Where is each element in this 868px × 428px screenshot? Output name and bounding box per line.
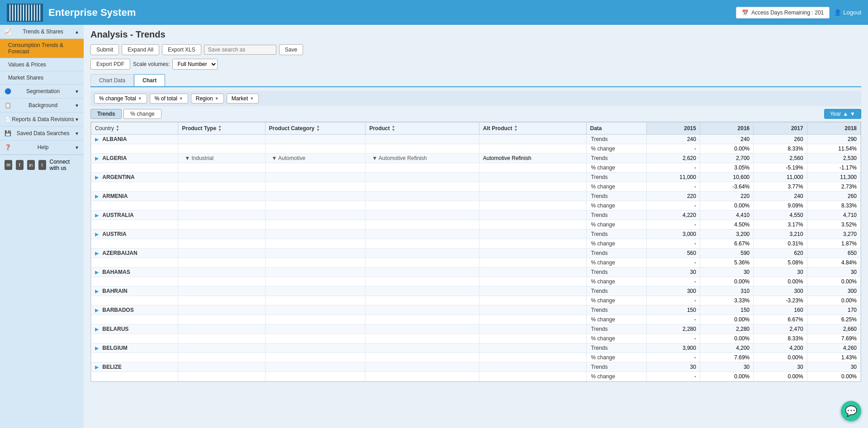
col-header-alt-product[interactable]: Alt Product ▲▼: [479, 122, 586, 135]
sort-arrows-product-type: ▲▼: [218, 125, 222, 132]
sidebar-item-consumption-trends[interactable]: Consumption Trends & Forecast: [0, 39, 84, 58]
expand-arrow-7[interactable]: ▶: [95, 269, 99, 275]
sub-tab-trends[interactable]: Trends: [90, 109, 122, 119]
sidebar-item-saved-searches[interactable]: 💾 Saved Data Searches ▼: [0, 127, 84, 141]
app-title: Enterprise System: [48, 7, 136, 19]
col-header-country[interactable]: Country ▲▼: [91, 122, 178, 135]
sub-tab-pct-change[interactable]: % change: [123, 109, 161, 119]
expand-arrow-2[interactable]: ▶: [95, 174, 99, 180]
table-row: ▶ AZERBAIJAN Trends 560 590 620 650: [91, 249, 861, 258]
chevron-icon-trends-shares: ▲: [75, 29, 79, 34]
saved-icon: 💾: [5, 130, 11, 136]
col-header-product[interactable]: Product ▲▼: [365, 122, 479, 135]
filter-arrow-3: ▼: [250, 96, 254, 101]
save-button[interactable]: Save: [279, 44, 303, 55]
logout-button[interactable]: 👤 Logout: [834, 9, 861, 16]
expand-arrow-12[interactable]: ▶: [95, 364, 99, 370]
cell-country-7: ▶ BAHAMAS: [91, 268, 178, 277]
expand-arrow-0[interactable]: ▶: [95, 136, 99, 142]
table-row: ▶ BELARUS Trends 2,280 2,280 2,470 2,660: [91, 325, 861, 334]
toolbar: Submit Expand All Export XLS Save: [90, 44, 861, 55]
filter-arrow-2: ▼: [215, 96, 219, 101]
filter-market[interactable]: Market ▼: [227, 94, 259, 103]
table-header-row: Country ▲▼ Product Type ▲▼: [91, 122, 861, 135]
help-icon: ❓: [5, 144, 11, 151]
expand-arrow-5[interactable]: ▶: [95, 231, 99, 237]
cell-country-0: ▶ ALBANIA: [91, 135, 178, 144]
sidebar-label-trends-shares: Trends & Shares: [23, 28, 63, 35]
table-row: ▶ AUSTRALIA Trends 4,220 4,410 4,550 4,7…: [91, 211, 861, 220]
facebook-icon[interactable]: f: [16, 160, 24, 170]
linkedin-icon[interactable]: in: [27, 160, 35, 170]
table-row: % change - 3.05% -5.19% -1.17%: [91, 163, 861, 173]
col-header-2016: 2016: [700, 122, 753, 135]
table-row: ▶ BELIZE Trends 30 30 30 30: [91, 362, 861, 372]
sidebar-item-segmentation[interactable]: 🔵 Segmentation ▼: [0, 85, 84, 99]
col-header-2017: 2017: [754, 122, 807, 135]
col-header-product-category[interactable]: Product Category ▲▼: [265, 122, 365, 135]
table-row: ▶ AUSTRIA Trends 3,000 3,200 3,210 3,270: [91, 230, 861, 239]
chevron-icon-reports: ▼: [75, 117, 79, 122]
data-table: Country ▲▼ Product Type ▲▼: [91, 122, 861, 381]
expand-arrow-4[interactable]: ▶: [95, 212, 99, 218]
table-row: % change - 0.00% 8.33% 11.54%: [91, 144, 861, 154]
table-row: % change - 0.00% 6.67% 6.25%: [91, 315, 861, 325]
sidebar-item-help[interactable]: ❓ Help ▼: [0, 141, 84, 155]
chevron-icon-help: ▼: [75, 145, 79, 150]
scale-select[interactable]: Full Number: [172, 59, 218, 70]
expand-arrow-9[interactable]: ▶: [95, 307, 99, 313]
twitter-icon[interactable]: t: [38, 160, 46, 170]
expand-arrow-11[interactable]: ▶: [95, 345, 99, 351]
sidebar-item-reports[interactable]: 📄 Reports & Data Revisions ▼: [0, 113, 84, 127]
filter-region[interactable]: Region ▼: [191, 94, 224, 103]
table-row: % change - 3.33% -3.23% 0.00%: [91, 296, 861, 306]
year-sort-button[interactable]: Year ▲ ▼: [824, 109, 861, 119]
cell-country-8: ▶ BAHRAIN: [91, 287, 178, 296]
reports-icon: 📄: [5, 116, 11, 122]
chat-button[interactable]: 💬: [841, 401, 861, 421]
export-pdf-button[interactable]: Export PDF: [90, 59, 130, 70]
expand-arrow-1[interactable]: ▶: [95, 155, 99, 161]
second-toolbar: Export PDF Scale volumes: Full Number: [90, 59, 861, 70]
cell-country-6: ▶ AZERBAIJAN: [91, 249, 178, 258]
expand-arrow-6[interactable]: ▶: [95, 250, 99, 256]
table-row: % change - 6.67% 0.31% 1.87%: [91, 239, 861, 249]
cell-country-5: ▶ AUSTRIA: [91, 230, 178, 239]
calendar-icon: 📅: [742, 9, 749, 16]
sort-down-icon: ▼: [850, 111, 855, 117]
background-icon: 📋: [5, 102, 11, 108]
submit-button[interactable]: Submit: [90, 44, 119, 55]
sidebar-item-background[interactable]: 📋 Background ▼: [0, 99, 84, 113]
layout: 📈 Trends & Shares ▲ Consumption Trends &…: [0, 25, 868, 428]
sidebar-item-values-prices[interactable]: Values & Prices: [0, 58, 84, 71]
sidebar-label-background: Background: [28, 102, 57, 108]
segmentation-icon: 🔵: [5, 88, 11, 94]
chevron-icon-saved: ▼: [75, 131, 79, 136]
sort-arrows-product-category: ▲▼: [316, 125, 320, 132]
expand-arrow-10[interactable]: ▶: [95, 326, 99, 332]
expand-arrow-3[interactable]: ▶: [95, 193, 99, 199]
sidebar: 📈 Trends & Shares ▲ Consumption Trends &…: [0, 25, 84, 428]
filter-pct-of-total[interactable]: % of total ▼: [150, 94, 188, 103]
email-icon[interactable]: ✉: [5, 160, 12, 170]
sidebar-item-trends-shares[interactable]: 📈 Trends & Shares ▲: [0, 25, 84, 39]
table-row: ▶ BAHRAIN Trends 300 310 300 300: [91, 287, 861, 296]
expand-all-button[interactable]: Expand All: [122, 44, 159, 55]
filter-bar: % change Total ▼ % of total ▼ Region ▼ M…: [90, 91, 861, 106]
tab-chart-data[interactable]: Chart Data: [90, 74, 134, 86]
export-xls-button[interactable]: Export XLS: [162, 44, 201, 55]
col-header-product-type[interactable]: Product Type ▲▼: [178, 122, 265, 135]
table-row: % change - -3.64% 3.77% 2.73%: [91, 182, 861, 192]
filter-pct-change-total[interactable]: % change Total ▼: [94, 94, 147, 103]
trends-shares-icon: 📈: [5, 28, 11, 35]
expand-arrow-8[interactable]: ▶: [95, 288, 99, 294]
save-search-input[interactable]: [204, 45, 276, 55]
cell-country-3: ▶ ARMENIA: [91, 192, 178, 201]
header-left: Enterprise System: [7, 4, 136, 22]
sidebar-item-market-shares[interactable]: Market Shares: [0, 71, 84, 85]
tab-chart[interactable]: Chart: [134, 74, 165, 86]
cell-country-1: ▶ ALGERIA: [91, 154, 178, 163]
col-header-data: Data: [586, 122, 646, 135]
chevron-icon-segmentation: ▼: [75, 89, 79, 94]
col-header-2015: 2015: [646, 122, 700, 135]
